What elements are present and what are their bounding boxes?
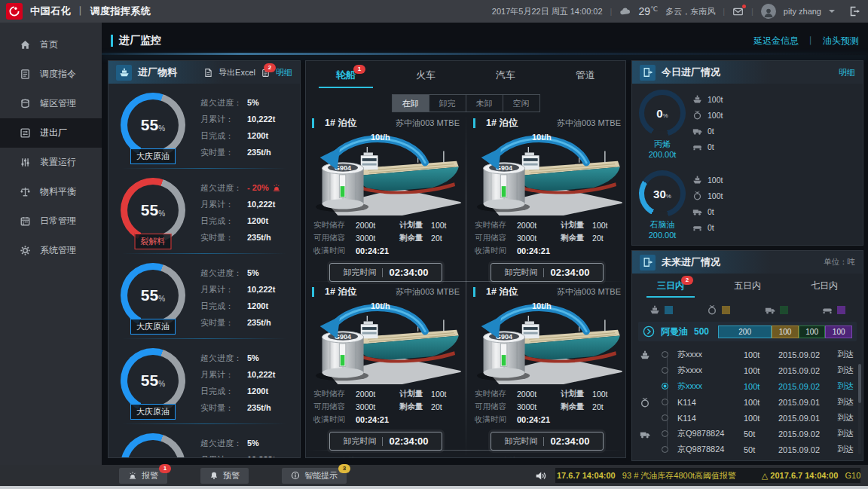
- title-accent-bar: [111, 35, 113, 47]
- sidebar-item-dispatch[interactable]: 调度指令: [0, 60, 102, 89]
- material-stats: 超欠进度：5% 月累计：10,222t 日完成：1200t 实时量：235t/h: [200, 350, 275, 416]
- sidebar-item-tankfarm[interactable]: 罐区管理: [0, 89, 102, 118]
- alarm-button[interactable]: 报警 1: [119, 468, 167, 484]
- unload-time-button[interactable]: 卸完时间02:34:00: [491, 263, 604, 282]
- warning-button[interactable]: 预警: [200, 468, 249, 484]
- berth-illustration: 10t/h: [306, 131, 466, 217]
- ship-icon: [649, 304, 660, 315]
- sidebar-item-daily[interactable]: 日常管理: [0, 206, 102, 236]
- oil-segment-bar: 200 100 100 100: [718, 325, 852, 338]
- arrival-row[interactable]: 京Q987882450t2015.09.02到达: [632, 442, 863, 457]
- vessel-name: 苏中油003 MTBE: [396, 118, 460, 129]
- arrival-row-selected[interactable]: 苏xxxx100t2015.09.02到达: [632, 378, 863, 394]
- material-row-alarm: 55% 裂解料 超欠进度：- 20% 月累计：10,222t 日完成：1200t…: [108, 169, 300, 253]
- material-stats: 超欠进度：- 20% 月累计：10,222t 日完成：1200t 实时量：235…: [200, 179, 281, 246]
- transport-tabs: 轮船1 火车 汽车 管道: [306, 61, 625, 88]
- tab-5days[interactable]: 五日内: [734, 280, 761, 298]
- title-underline: [102, 53, 868, 55]
- arrival-row[interactable]: 苏xxxx100t2015.09.02到达: [632, 362, 863, 378]
- material-row: 55% 大庆原油 超欠进度：5% 月累计：10,222t 日完成：1200t 实…: [108, 254, 300, 338]
- unload-time-button[interactable]: 卸完时间02:34:00: [329, 263, 442, 282]
- enter-door-icon: [640, 255, 656, 270]
- subtab-unloading[interactable]: 在卸: [392, 94, 429, 112]
- bell-icon: [209, 471, 219, 480]
- subtab-idle[interactable]: 空闲: [503, 94, 540, 112]
- timeline-dot-selected: [662, 383, 668, 390]
- today-gauge-cell: 0% 丙烯 200.00t 100t 100t 0t 0t: [632, 84, 748, 164]
- today-material-name: 丙烯: [632, 139, 692, 150]
- tab-3days[interactable]: 三日内2: [657, 280, 684, 298]
- berth-card: 1# 泊位苏中油003 MTBE 10t/h 实时储存2000t 可用储容300…: [306, 114, 466, 280]
- today-detail-link[interactable]: 明细: [839, 67, 855, 78]
- sidebar-item-operation[interactable]: 装置运行: [0, 148, 102, 177]
- link-delay-fee[interactable]: 延迟金信息: [753, 35, 799, 47]
- link-oil-forecast[interactable]: 油头预测: [823, 35, 859, 47]
- status-subtabs: 在卸 卸完 未卸 空闲: [306, 94, 625, 112]
- avatar[interactable]: [761, 4, 776, 19]
- tank-icon: [20, 98, 31, 109]
- unload-time-button[interactable]: 卸完时间02:34:00: [329, 432, 442, 451]
- gear-icon: [20, 245, 31, 256]
- tab-ship[interactable]: 轮船1: [336, 69, 356, 88]
- tab-train[interactable]: 火车: [416, 69, 436, 88]
- vessel-name: 苏中油003 MTBE: [557, 118, 621, 129]
- tab-pipeline[interactable]: 管道: [576, 69, 595, 88]
- tab-truck[interactable]: 汽车: [496, 69, 515, 88]
- user-caret-icon[interactable]: [829, 10, 835, 13]
- future-panel-header: 未来进厂情况 单位：吨: [632, 251, 863, 274]
- vessel-name: 苏中油003 MTBE: [396, 286, 460, 298]
- export-file-icon[interactable]: [203, 68, 213, 78]
- train-legend-swatch: [722, 306, 730, 314]
- sidebar-item-balance[interactable]: 物料平衡: [0, 177, 102, 206]
- sidebar-item-home[interactable]: 首页: [0, 30, 102, 60]
- logout-icon[interactable]: [848, 5, 860, 17]
- berth-illustration: 10t/h: [467, 300, 626, 386]
- segment-pipeline: 100: [825, 325, 852, 338]
- arrival-row[interactable]: 苏xxxx100t2015.09.02到达: [632, 347, 863, 362]
- smart-tip-button[interactable]: 智能提示 3: [282, 468, 347, 484]
- arrival-row[interactable]: K114100t2015.09.01到达: [632, 394, 863, 410]
- brand-divider: 丨: [75, 5, 86, 17]
- berth-no: 1# 泊位: [325, 286, 356, 298]
- message-icon[interactable]: [732, 6, 744, 17]
- speaker-icon[interactable]: [535, 470, 546, 481]
- expand-icon[interactable]: [643, 325, 655, 338]
- material-stats: 超欠进度：5% 月累计：10,222t 日完成：1200t 实时量：235t/h: [200, 94, 275, 160]
- tab-7days[interactable]: 七日内: [811, 280, 838, 298]
- materials-panel-title: 进厂物料: [138, 66, 177, 79]
- today-arrivals-panel: 今日进厂情况 明细 0% 丙烯 200.00t 100t 100t 0t: [631, 60, 863, 246]
- arrival-row[interactable]: 京Q987882450t2015.09.02到达: [632, 426, 863, 442]
- truck-icon: [692, 126, 702, 136]
- berth-card: 1# 泊位苏中油003 MTBE 10t/h 实时储存2000t 可用储容300…: [306, 283, 466, 448]
- segment-truck: 100: [799, 325, 826, 338]
- clipboard-icon[interactable]: 2: [261, 68, 270, 78]
- materials-detail-link[interactable]: 明细: [276, 67, 292, 78]
- pipeline-icon: [692, 142, 702, 151]
- unload-time-button[interactable]: 卸完时间02:34:00: [491, 432, 604, 451]
- top-header: 中国石化丨调度指挥系统 2017年5月22日 周五 14:00:02 | 29℃…: [0, 0, 868, 23]
- scrollbar-thumb[interactable]: [858, 364, 861, 403]
- tab-3days-badge: 2: [681, 276, 693, 285]
- today-panel-title: 今日进厂情况: [662, 66, 720, 79]
- message-dot: [742, 5, 746, 8]
- material-gauge: 55%: [121, 433, 185, 458]
- tab-ship-badge: 1: [353, 65, 365, 74]
- doc-icon: [20, 69, 31, 80]
- user-name[interactable]: pity zhang: [784, 7, 821, 16]
- berth-illustration: 10t/h: [306, 300, 466, 386]
- alert-ticker: 17.6.7 14:04:00 93 # 汽油库存4800t高阈值报警 △ 20…: [555, 468, 860, 483]
- page-title: 进厂监控: [119, 34, 161, 47]
- ship-icon: [116, 65, 132, 81]
- sidebar-item-system[interactable]: 系统管理: [0, 236, 102, 265]
- subtab-unloaded[interactable]: 卸完: [429, 94, 466, 112]
- flow-rate: 10t/h: [532, 301, 552, 310]
- sidebar-item-inout[interactable]: 进出厂: [0, 118, 102, 148]
- today-gauge: 0%: [639, 90, 686, 136]
- export-excel-button[interactable]: 导出Excel: [219, 67, 255, 78]
- train-icon: [707, 304, 717, 315]
- subtab-not-unloaded[interactable]: 未卸: [466, 94, 503, 112]
- scrollbar-track[interactable]: [858, 364, 861, 454]
- calendar-icon: [20, 215, 31, 227]
- arrival-table: 苏xxxx100t2015.09.02到达 苏xxxx100t2015.09.0…: [632, 347, 863, 457]
- arrival-row[interactable]: K114100t2015.09.01到达: [632, 410, 863, 426]
